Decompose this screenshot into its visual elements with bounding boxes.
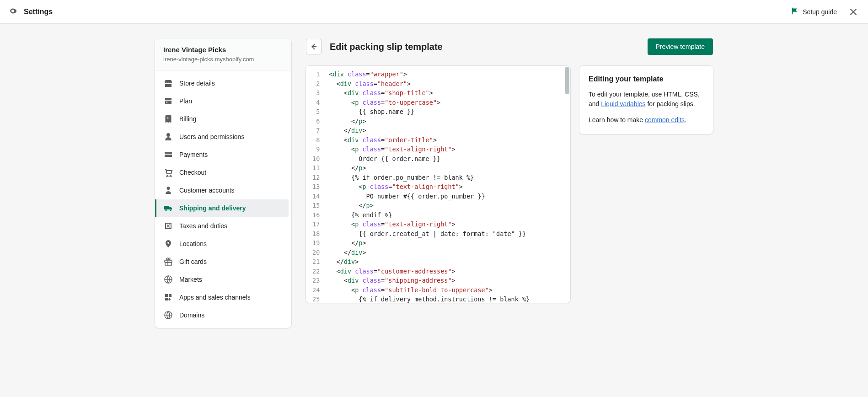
sidebar-item-apps-and-sales-channels[interactable]: Apps and sales channels [155,289,289,306]
store-icon [164,79,173,88]
sidebar-item-billing[interactable]: Billing [155,110,289,128]
help-card: Editing your template To edit your templ… [579,66,713,134]
back-button[interactable] [306,39,321,54]
payments-icon [164,150,173,159]
code-editor[interactable]: 1234567891011121314151617181920212223242… [306,66,570,303]
sidebar-item-label: Checkout [179,169,206,176]
sidebar-item-payments[interactable]: Payments [155,146,289,163]
locations-icon [164,239,173,248]
gear-icon [8,6,17,17]
settings-sidebar: Irene Vintage Picks irene-vintage-picks.… [155,38,291,328]
apps-icon [164,293,173,302]
sidebar-item-label: Shipping and delivery [179,204,246,212]
scrollbar[interactable] [565,67,569,302]
sidebar-item-label: Plan [179,97,192,105]
sidebar-item-store-details[interactable]: Store details [155,75,289,92]
sidebar-item-label: Markets [179,276,202,283]
users-icon [164,132,173,141]
code-editor-card: 1234567891011121314151617181920212223242… [306,66,570,303]
store-url-link[interactable]: irene-vintage-picks.myshopify.com [163,56,254,63]
nav-list: Store detailsPlanBillingUsers and permis… [155,70,291,328]
common-edits-link[interactable]: common edits [645,116,685,123]
sidebar-item-label: Billing [179,115,196,123]
preview-template-button[interactable]: Preview template [648,38,713,55]
sidebar-item-markets[interactable]: Markets [155,271,289,288]
sidebar-item-customer-accounts[interactable]: Customer accounts [155,182,289,199]
sidebar-item-label: Store details [179,80,215,87]
sidebar-item-label: Gift cards [179,258,207,265]
shipping-icon [164,204,173,213]
checkout-icon [164,168,173,177]
page-context-title: Settings [24,8,53,16]
domains-icon [164,311,173,320]
sidebar-item-label: Domains [179,311,204,319]
main-content: Edit packing slip template Preview templ… [306,38,713,328]
line-gutter: 1234567891011121314151617181920212223242… [306,66,324,303]
store-name: Irene Vintage Picks [163,46,283,54]
page-title: Edit packing slip template [330,42,443,52]
help-title: Editing your template [589,75,704,83]
plan-icon [164,97,173,106]
markets-icon [164,275,173,284]
sidebar-item-plan[interactable]: Plan [155,92,289,110]
sidebar-item-taxes-and-duties[interactable]: Taxes and duties [155,217,289,235]
sidebar-item-locations[interactable]: Locations [155,235,289,252]
setup-guide-label: Setup guide [803,8,837,16]
sidebar-item-label: Apps and sales channels [179,294,251,301]
customer-icon [164,186,173,195]
sidebar-item-label: Locations [179,240,207,247]
sidebar-item-users-and-permissions[interactable]: Users and permissions [155,128,289,145]
sidebar-header: Irene Vintage Picks irene-vintage-picks.… [155,38,291,70]
page-header: Edit packing slip template Preview templ… [306,38,713,55]
billing-icon [164,114,173,123]
taxes-icon [164,221,173,231]
close-button[interactable] [847,5,860,18]
sidebar-item-domains[interactable]: Domains [155,306,289,324]
sidebar-item-label: Customer accounts [179,187,235,194]
sidebar-item-shipping-and-delivery[interactable]: Shipping and delivery [155,199,289,217]
flag-icon [791,7,799,16]
liquid-variables-link[interactable]: Liquid variables [601,100,645,107]
help-text-2: Learn how to make common edits. [589,115,704,125]
sidebar-item-checkout[interactable]: Checkout [155,164,289,181]
code-content[interactable]: <div class="wrapper"> <div class="header… [324,66,534,303]
sidebar-item-label: Users and permissions [179,133,244,140]
sidebar-item-label: Payments [179,151,208,158]
topbar: Settings Setup guide [0,0,868,24]
sidebar-item-label: Taxes and duties [179,222,227,230]
gift-icon [164,257,173,266]
help-text-1: To edit your template, use HTML, CSS, an… [589,90,704,109]
sidebar-item-gift-cards[interactable]: Gift cards [155,253,289,270]
setup-guide-link[interactable]: Setup guide [791,7,837,16]
